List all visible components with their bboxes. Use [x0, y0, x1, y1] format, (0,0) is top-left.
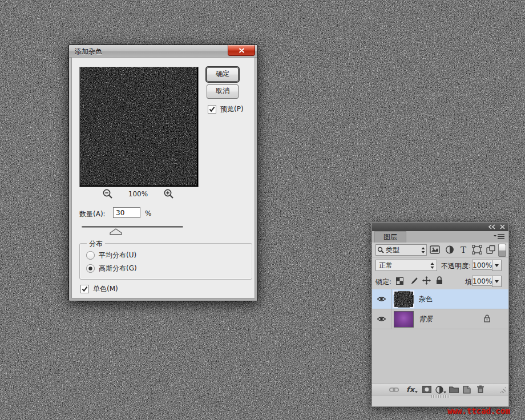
visibility-toggle[interactable]: [372, 289, 391, 309]
ok-button[interactable]: 确定: [207, 67, 239, 82]
monochromatic-checkbox[interactable]: 单色(M): [80, 284, 118, 294]
radio-uniform-label: 平均分布(U): [99, 251, 136, 260]
opacity-dropdown-button[interactable]: [492, 260, 502, 271]
lock-position-move-icon[interactable]: [422, 276, 431, 285]
monochromatic-check-icon: [80, 285, 89, 293]
panel-topbar: [372, 223, 508, 231]
amount-label: 数量(A):: [79, 209, 106, 219]
lock-all-icon[interactable]: [436, 276, 443, 285]
zoom-level: 100%: [121, 190, 155, 198]
close-icon: [239, 48, 245, 53]
search-icon: [377, 247, 384, 253]
zoom-in-button[interactable]: [163, 188, 175, 200]
radio-gaussian-icon: [86, 264, 95, 273]
panel-drag-handle[interactable]: [431, 395, 450, 398]
filter-type-combo[interactable]: 类型: [375, 244, 427, 256]
preview-check-icon: [208, 105, 216, 114]
lock-row: 锁定: 填充: 100%: [372, 273, 508, 290]
link-layers-button[interactable]: [388, 385, 399, 394]
dialog-title: 添加杂色: [75, 47, 102, 56]
opacity-value[interactable]: 100%: [472, 260, 492, 270]
filter-pixel-layers-icon[interactable]: [430, 245, 440, 255]
panel-tabstrip: 图层: [372, 231, 508, 243]
svg-text:T: T: [461, 245, 466, 255]
layers-panel: 图层 类型 T: [371, 222, 509, 407]
close-button[interactable]: [228, 45, 255, 56]
panel-menu-icon[interactable]: [494, 234, 504, 240]
fill-dropdown-button[interactable]: [492, 276, 502, 287]
trash-icon: [476, 385, 484, 394]
amount-unit: %: [145, 209, 151, 217]
filter-adjustment-layers-icon[interactable]: [445, 245, 455, 255]
close-panel-icon[interactable]: [500, 224, 505, 229]
add-layer-mask-button[interactable]: [421, 385, 433, 394]
folder-icon: [449, 386, 459, 393]
collapse-panel-icon[interactable]: [488, 224, 496, 229]
filter-type-label: 类型: [386, 245, 419, 255]
radio-uniform-distribution[interactable]: 平均分布(U): [86, 251, 136, 260]
amount-input[interactable]: [113, 207, 140, 218]
panel-resize-grip[interactable]: [500, 387, 506, 393]
layer-mask-icon: [422, 386, 431, 393]
chevron-down-icon: [495, 280, 499, 283]
layer-filter-row: 类型 T: [372, 243, 508, 257]
selection-corner: [410, 304, 414, 308]
watermark-text: www.ttcad.com: [447, 406, 523, 415]
filter-type-layers-icon[interactable]: T: [458, 245, 469, 255]
zoom-out-button[interactable]: [102, 188, 114, 200]
preview-label: 预览(P): [220, 104, 244, 114]
new-group-button[interactable]: [448, 385, 459, 394]
radio-uniform-icon: [86, 251, 95, 260]
cancel-button[interactable]: 取消: [207, 84, 239, 99]
tab-layers[interactable]: 图层: [374, 231, 406, 243]
layer-thumbnail-noise[interactable]: [394, 291, 414, 308]
fx-icon: fx: [406, 385, 414, 394]
layer-thumbnail-background[interactable]: [394, 311, 414, 328]
layer-row-noise[interactable]: 杂色: [372, 289, 508, 309]
opacity-label: 不透明度:: [441, 261, 471, 271]
layer-row-background[interactable]: 背景: [372, 309, 508, 329]
radio-gaussian-label: 高斯分布(G): [99, 264, 137, 273]
filter-smart-objects-icon[interactable]: [486, 245, 496, 255]
adjustment-layer-icon: [435, 386, 446, 394]
fill-value[interactable]: 100%: [472, 276, 492, 286]
new-layer-button[interactable]: [461, 385, 472, 394]
spinner-arrows-icon: [430, 262, 434, 269]
layer-name[interactable]: 背景: [419, 314, 433, 324]
eye-icon: [377, 316, 386, 322]
radio-gaussian-distribution[interactable]: 高斯分布(G): [86, 264, 137, 273]
noise-preview[interactable]: [79, 67, 199, 187]
filter-toggle-knob: [499, 244, 506, 251]
filter-on-off-toggle[interactable]: [498, 244, 506, 257]
chevron-down-icon: [495, 264, 499, 267]
blend-mode-select[interactable]: 正常: [375, 260, 437, 271]
lock-pixels-brush-icon[interactable]: [409, 277, 418, 285]
monochromatic-label: 单色(M): [93, 284, 118, 294]
lock-transparency-icon[interactable]: [396, 277, 403, 285]
amount-slider-track[interactable]: [82, 226, 183, 228]
distribution-group: 分布 平均分布(U) 高斯分布(G): [79, 243, 252, 280]
distribution-group-label: 分布: [87, 239, 105, 249]
selection-corner: [410, 290, 414, 295]
layer-style-button[interactable]: fx: [406, 385, 418, 394]
panel-footer: fx: [372, 383, 508, 395]
link-icon: [389, 387, 399, 393]
visibility-toggle[interactable]: [372, 309, 391, 329]
dialog-body: 100% 数量(A): % 分布 平均分布(U): [71, 57, 255, 298]
layer-name[interactable]: 杂色: [419, 294, 433, 304]
dialog-titlebar[interactable]: 添加杂色: [69, 45, 257, 58]
blend-mode-row: 正常 不透明度: 100%: [372, 257, 508, 274]
new-layer-icon: [463, 386, 471, 394]
delete-layer-button[interactable]: [475, 385, 486, 394]
zoom-out-icon: [102, 188, 114, 200]
selection-corner: [393, 304, 398, 308]
new-adjustment-layer-button[interactable]: [435, 385, 446, 394]
zoom-in-icon: [163, 188, 175, 200]
slider-thumb-icon: [110, 228, 122, 235]
eye-icon: [377, 296, 386, 302]
amount-slider-thumb[interactable]: [110, 228, 122, 235]
filter-shape-layers-icon[interactable]: [472, 245, 482, 255]
spinner-arrows-icon: [421, 247, 425, 253]
preview-checkbox[interactable]: 预览(P): [208, 104, 244, 114]
lock-label: 锁定:: [375, 277, 391, 287]
